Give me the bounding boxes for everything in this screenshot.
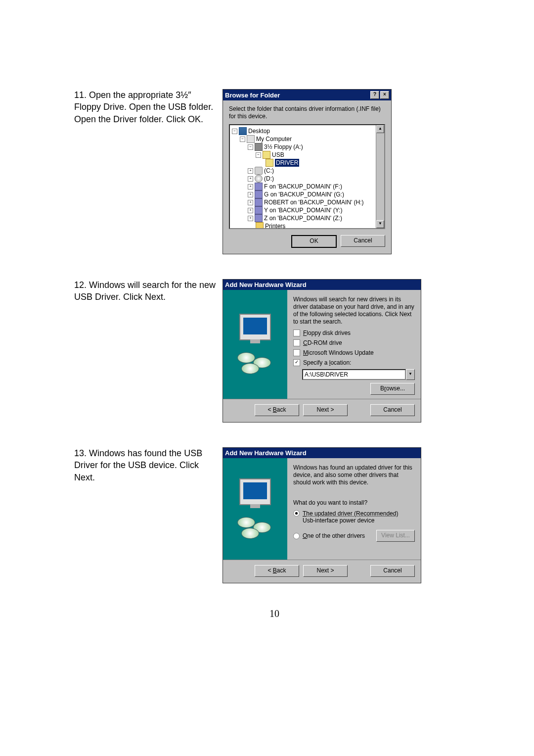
step-11-row: 11. Open the appropriate 3½″ Floppy Driv… [74, 89, 475, 254]
lbl-opt1-sub: Usb-interface power device [303, 517, 374, 524]
back-button[interactable]: < Back [255, 565, 299, 577]
lbl-opt1: The updated driver (Recommended) [303, 510, 398, 517]
page-number: 10 [74, 608, 475, 619]
scroll-down[interactable]: ▼ [376, 220, 384, 228]
lbl-cdrom: CCD-ROM driveD-ROM drive [303, 339, 342, 346]
netdrive-icon [255, 183, 263, 190]
wizard-side-graphic [223, 290, 287, 399]
document-page: 11. Open the appropriate 3½″ Floppy Driv… [0, 0, 534, 649]
wiz2-titlebar[interactable]: Add New Hardware Wizard [223, 448, 421, 458]
path-dropdown[interactable]: ▼ [406, 369, 415, 380]
netdrive-icon [255, 214, 263, 222]
folder-icon [266, 159, 273, 167]
step-12-text: 12. Windows will search for the new USB … [74, 279, 222, 303]
monitor-icon [239, 314, 271, 340]
back-button[interactable]: < Back [255, 404, 299, 416]
tree-desktop[interactable]: Desktop [248, 127, 270, 136]
netdrive-icon [255, 190, 263, 198]
wizard-found-dialog: Add New Hardware Wizard Windows has foun… [222, 447, 421, 583]
browse-prompt: Select the folder that contains driver i… [229, 105, 385, 120]
wiz2-question: What do you want to install? [293, 499, 415, 506]
netdrive-icon [255, 206, 263, 214]
tree-usb[interactable]: USB [272, 151, 284, 159]
tree-c[interactable]: (C:) [264, 167, 274, 175]
cd-icon [255, 175, 263, 183]
view-list-button: View List... [376, 530, 415, 542]
drive-icon [255, 167, 263, 175]
tree-mycomputer[interactable]: My Computer [256, 135, 292, 143]
cancel-button[interactable]: Cancel [370, 565, 415, 577]
scroll-up[interactable]: ▲ [376, 125, 384, 133]
cancel-button[interactable]: Cancel [341, 235, 385, 247]
tree-g[interactable]: G on 'BACKUP_DOMAIN' (G:) [264, 190, 344, 199]
chk-cdrom[interactable] [293, 339, 300, 346]
printers-icon [256, 222, 264, 229]
folder-icon [263, 151, 270, 159]
netdrive-icon [255, 198, 263, 206]
browse-titlebar[interactable]: Browse for Folder ? × [223, 90, 391, 100]
tree-y[interactable]: Y on 'BACKUP_DOMAIN' (Y:) [264, 206, 342, 215]
scrollbar[interactable]: ▲ ▼ [376, 125, 384, 228]
radio-other[interactable] [293, 533, 300, 539]
wiz1-desc: Windows will search for new drivers in i… [293, 296, 415, 326]
cds-icon [235, 515, 275, 540]
lbl-opt2: One of the other drivers [303, 532, 365, 539]
computer-icon [247, 135, 255, 143]
browse-title: Browse for Folder [225, 92, 280, 99]
lbl-floppy: Floppy disk drives [303, 330, 351, 336]
lbl-msupdate: Microsoft Windows Update [303, 349, 374, 356]
close-button[interactable]: × [380, 91, 389, 99]
wizard-side-graphic [223, 458, 287, 560]
desktop-icon [239, 127, 247, 135]
step-12-row: 12. Windows will search for the new USB … [74, 279, 475, 423]
step-11-text: 11. Open the appropriate 3½″ Floppy Driv… [74, 89, 222, 125]
wizard-search-dialog: Add New Hardware Wizard Windows will sea… [222, 279, 421, 423]
next-button[interactable]: Next > [303, 404, 348, 416]
step-13-row: 13. Windows has found the USB Driver for… [74, 447, 475, 583]
tree-d[interactable]: (D:) [264, 175, 274, 183]
lbl-specify: Specify a location: [303, 359, 351, 366]
chk-specify[interactable]: ✓ [293, 359, 300, 366]
wiz2-title: Add New Hardware Wizard [225, 449, 307, 457]
chk-msupdate[interactable] [293, 349, 300, 356]
browse-button[interactable]: Browse... [370, 383, 415, 395]
monitor-icon [239, 478, 271, 505]
floppy-icon [255, 143, 263, 151]
step-13-text: 13. Windows has found the USB Driver for… [74, 447, 222, 483]
tree-f[interactable]: F on 'BACKUP_DOMAIN' (F:) [264, 183, 342, 191]
tree-printers[interactable]: Printers [265, 222, 285, 229]
tree-driver-selected[interactable]: DRIVER [275, 159, 299, 167]
folder-tree[interactable]: ▲ ▼ −Desktop −My Computer −3½ Floppy (A:… [229, 124, 385, 229]
browse-folder-dialog: Browse for Folder ? × Select the folder … [222, 89, 392, 254]
cancel-button[interactable]: Cancel [370, 404, 415, 416]
path-input[interactable]: A:\USB\DRIVER [302, 369, 406, 380]
help-button[interactable]: ? [370, 91, 379, 99]
tree-h[interactable]: ROBERT on 'BACKUP_DOMAIN' (H:) [264, 198, 364, 207]
chk-floppy[interactable] [293, 330, 300, 336]
wiz1-titlebar[interactable]: Add New Hardware Wizard [223, 280, 421, 290]
cds-icon [235, 350, 275, 375]
ok-button[interactable]: OK [291, 235, 337, 248]
next-button[interactable]: Next > [303, 565, 348, 577]
radio-updated[interactable] [293, 510, 300, 517]
wiz2-desc: Windows has found an updated driver for … [293, 464, 415, 486]
tree-floppy[interactable]: 3½ Floppy (A:) [264, 143, 303, 151]
wiz1-title: Add New Hardware Wizard [225, 281, 307, 288]
tree-z[interactable]: Z on 'BACKUP_DOMAIN' (Z:) [264, 214, 342, 223]
